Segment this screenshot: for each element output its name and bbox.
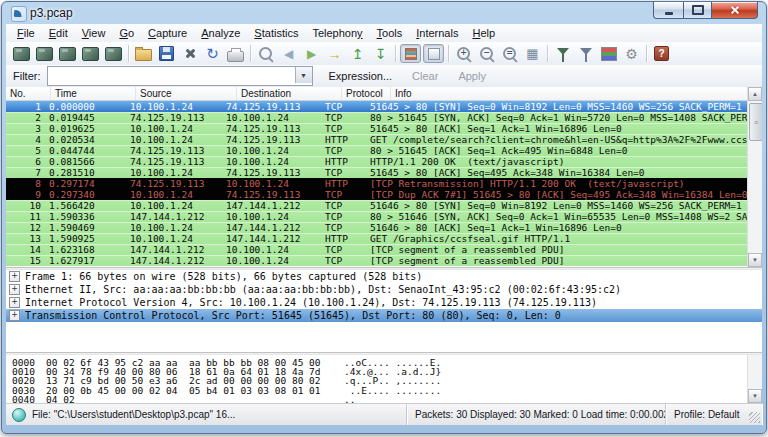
packet-info: 51645 > 80 [SYN] Seq=0 Win=8192 Len=0 MS… (366, 101, 762, 112)
minimize-button[interactable] (653, 2, 684, 19)
menu-item-help[interactable]: Help (465, 25, 502, 41)
hex-row[interactable]: 004004 02.. (6, 395, 762, 403)
packet-row[interactable]: 90.29734010.100.1.2474.125.19.113TCP[TCP… (6, 189, 762, 200)
toolbar-capture-options-icon[interactable] (33, 43, 56, 65)
filter-input[interactable] (49, 68, 295, 82)
expression-button[interactable]: Expression... (325, 68, 397, 84)
packet-row[interactable]: 10.00000010.100.1.2474.125.19.113TCP5164… (6, 101, 762, 112)
toolbar-save-file-icon[interactable] (155, 43, 178, 65)
toolbar-coloring-rules-icon[interactable] (597, 43, 620, 65)
scroll-down-icon[interactable]: ▼ (748, 253, 762, 267)
toolbar-capture-stop-icon[interactable] (79, 43, 102, 65)
packet-protocol: TCP (322, 189, 366, 200)
scrollbar-thumb[interactable]: ≡ (749, 103, 762, 141)
expand-icon[interactable]: + (9, 297, 20, 308)
toolbar-capture-restart-icon[interactable] (102, 43, 125, 65)
toolbar-go-to-packet-icon[interactable]: → (323, 43, 346, 65)
menu-item-statistics[interactable]: Statistics (247, 25, 305, 41)
clear-button[interactable]: Clear (408, 68, 442, 84)
column-header-destination[interactable]: Destination (237, 87, 342, 100)
packet-row[interactable]: 30.01962510.100.1.2474.125.19.113TCP5164… (6, 123, 762, 134)
packet-row[interactable]: 80.29717474.125.19.11310.100.1.24HTTP[TC… (6, 178, 762, 189)
detail-row[interactable]: +Ethernet II, Src: aa:aa:aa:bb:bb:bb (aa… (6, 283, 762, 296)
expand-icon[interactable]: + (9, 284, 20, 295)
toolbar-find-packet-icon[interactable] (254, 43, 277, 65)
expand-icon[interactable]: + (9, 310, 20, 321)
maximize-button[interactable] (684, 2, 712, 19)
packet-row[interactable]: 111.590336147.144.1.21210.100.1.24TCP80 … (6, 211, 762, 222)
menu-item-view[interactable]: View (75, 25, 113, 41)
packet-time: 0.000000 (46, 101, 126, 112)
title-bar[interactable]: p3.pcap (2, 2, 766, 24)
packet-row[interactable]: 151.627917147.144.1.21210.100.1.24TCP[TC… (6, 255, 762, 266)
toolbar-zoom-out-icon[interactable]: − (475, 43, 498, 65)
packet-row[interactable]: 50.04474474.125.19.11310.100.1.24TCP80 >… (6, 145, 762, 156)
toolbar-autoscroll-icon[interactable] (422, 43, 445, 65)
packet-row[interactable]: 121.59046910.100.1.24147.144.1.212TCP516… (6, 222, 762, 233)
toolbar-print-icon[interactable] (224, 43, 247, 65)
toolbar-close-file-icon[interactable] (178, 43, 201, 65)
close-button[interactable] (712, 2, 758, 19)
resize-grip[interactable] (749, 412, 760, 423)
packet-row[interactable]: 60.08156674.125.19.11310.100.1.24HTTPHTT… (6, 156, 762, 167)
filter-dropdown-button[interactable]: ▼ (295, 67, 312, 83)
packet-protocol: TCP (322, 200, 366, 211)
toolbar-preferences-icon[interactable]: ⚙ (620, 43, 643, 65)
toolbar-go-to-top-icon[interactable]: ↥ (346, 43, 369, 65)
toolbar-zoom-100-icon[interactable]: = (498, 43, 521, 65)
packet-row[interactable]: 20.01944574.125.19.11310.100.1.24TCP80 >… (6, 112, 762, 123)
menu-item-capture[interactable]: Capture (141, 25, 194, 41)
packet-source: 10.100.1.24 (126, 167, 222, 178)
column-header-time[interactable]: Time (51, 87, 136, 100)
toolbar-separator (128, 45, 129, 62)
packet-time: 0.081566 (46, 156, 126, 167)
menu-item-telephony[interactable]: Telephony (305, 25, 369, 41)
menu-item-analyze[interactable]: Analyze (194, 25, 247, 41)
hex-scroll-down-icon[interactable]: ▼ (748, 389, 762, 403)
menu-item-file[interactable]: File (10, 25, 42, 41)
column-header-protocol[interactable]: Protocol (342, 87, 391, 100)
toolbar-go-to-bottom-icon[interactable]: ↧ (369, 43, 392, 65)
detail-row[interactable]: +Internet Protocol Version 4, Src: 10.10… (6, 296, 762, 309)
hex-row[interactable]: 003020 00 0b 45 00 00 02 04 05 b4 01 03 … (6, 386, 762, 395)
detail-row[interactable]: +Frame 1: 66 bytes on wire (528 bits), 6… (6, 270, 762, 283)
status-bar: File: "C:\Users\student\Desktop\p3.pcap"… (6, 403, 762, 425)
status-profile-section[interactable]: Profile: Default (666, 404, 762, 425)
toolbar-resize-columns-icon[interactable]: ▦ (521, 43, 544, 65)
menu-item-tools[interactable]: Tools (370, 25, 410, 41)
packet-row[interactable]: 70.28151010.100.1.2474.125.19.113TCP5164… (6, 167, 762, 178)
packet-row[interactable]: 131.59092510.100.1.24147.144.1.212HTTPGE… (6, 233, 762, 244)
toolbar-help-icon[interactable]: ? (650, 43, 673, 65)
menu-item-internals[interactable]: Internals (409, 25, 465, 41)
column-header-no[interactable]: No. (6, 87, 51, 100)
toolbar-reload-icon[interactable]: ↻ (201, 43, 224, 65)
packet-no: 14 (6, 244, 46, 255)
packet-list-scrollbar[interactable]: ▲ ≡ ▼ (747, 87, 762, 267)
toolbar-list-interfaces-icon[interactable] (10, 43, 33, 65)
menu-item-edit[interactable]: Edit (42, 25, 75, 41)
toolbar-zoom-in-icon[interactable]: + (452, 43, 475, 65)
packet-row[interactable]: 40.02053410.100.1.2474.125.19.113HTTPGET… (6, 134, 762, 145)
toolbar-capture-filter-icon[interactable] (551, 43, 574, 65)
apply-button[interactable]: Apply (454, 68, 490, 84)
menu-item-go[interactable]: Go (112, 25, 141, 41)
toolbar-go-forward-icon[interactable]: ▶ (300, 43, 323, 65)
toolbar-open-file-icon[interactable] (132, 43, 155, 65)
packet-row[interactable]: 101.56642010.100.1.24147.144.1.212TCP516… (6, 200, 762, 211)
toolbar-separator (395, 45, 396, 62)
packet-time: 1.566420 (46, 200, 126, 211)
toolbar-colorize-list-icon[interactable] (399, 43, 422, 65)
toolbar-display-filter-icon[interactable] (574, 43, 597, 65)
hex-scrollbar[interactable]: ▼ (747, 355, 762, 403)
detail-row[interactable]: +Transmission Control Protocol, Src Port… (6, 309, 762, 322)
expert-info-icon[interactable] (12, 408, 26, 422)
packet-destination: 10.100.1.24 (222, 178, 322, 189)
column-header-info[interactable]: Info (391, 87, 762, 100)
status-profile-text: Profile: Default (674, 409, 740, 420)
packet-row[interactable]: 141.623168147.144.1.21210.100.1.24TCP[TC… (6, 244, 762, 255)
toolbar-go-back-icon[interactable]: ◀ (277, 43, 300, 65)
expand-icon[interactable]: + (9, 271, 20, 282)
column-header-source[interactable]: Source (136, 87, 237, 100)
toolbar-capture-start-icon[interactable] (56, 43, 79, 65)
scroll-up-icon[interactable]: ▲ (748, 87, 762, 101)
